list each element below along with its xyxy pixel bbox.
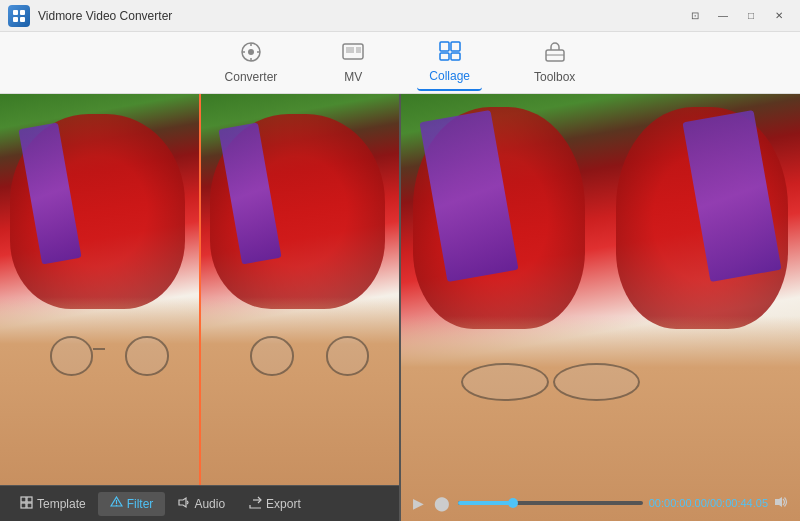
tab-export[interactable]: Export bbox=[237, 492, 313, 516]
play-button[interactable]: ▶ bbox=[411, 493, 426, 513]
tab-audio[interactable]: Audio bbox=[165, 492, 237, 516]
video-left bbox=[0, 94, 199, 485]
minimize-button[interactable]: — bbox=[710, 5, 736, 27]
nav-toolbox[interactable]: Toolbox bbox=[522, 35, 587, 90]
collage-label: Collage bbox=[429, 69, 470, 83]
svg-rect-11 bbox=[346, 47, 354, 53]
svg-rect-21 bbox=[21, 503, 26, 508]
video-right bbox=[201, 94, 400, 485]
export-tab-icon bbox=[249, 496, 262, 512]
template-tab-label: Template bbox=[37, 497, 86, 511]
svg-rect-1 bbox=[20, 10, 25, 15]
right-panel: ▶ ⬤ 00:00:00.00/00:00:44.05 bbox=[401, 94, 800, 521]
close-button[interactable]: ✕ bbox=[766, 5, 792, 27]
export-tab-label: Export bbox=[266, 497, 301, 511]
left-controls: Template Filter bbox=[0, 485, 399, 521]
svg-rect-13 bbox=[440, 42, 449, 51]
svg-point-5 bbox=[248, 49, 254, 55]
time-display: 00:00:00.00/00:00:44.05 bbox=[649, 497, 768, 509]
tab-filter[interactable]: Filter bbox=[98, 492, 166, 516]
svg-marker-26 bbox=[179, 498, 186, 507]
svg-rect-22 bbox=[27, 503, 32, 508]
window-controls: ⊡ — □ ✕ bbox=[682, 5, 792, 27]
preview-left-half bbox=[0, 94, 201, 485]
left-panel: Template Filter bbox=[0, 94, 401, 521]
progress-dot bbox=[508, 498, 518, 508]
svg-rect-19 bbox=[21, 497, 26, 502]
main-content: Template Filter bbox=[0, 94, 800, 521]
audio-tab-label: Audio bbox=[194, 497, 225, 511]
nav-bar: Converter MV Collage bbox=[0, 32, 800, 94]
preview-right-half bbox=[201, 94, 400, 485]
progress-bar[interactable] bbox=[458, 501, 643, 505]
tab-template[interactable]: Template bbox=[8, 492, 98, 516]
svg-rect-2 bbox=[13, 17, 18, 22]
app-logo bbox=[8, 5, 30, 27]
svg-rect-16 bbox=[451, 53, 460, 60]
toolbox-label: Toolbox bbox=[534, 70, 575, 84]
svg-rect-0 bbox=[13, 10, 18, 15]
svg-rect-3 bbox=[20, 17, 25, 22]
svg-rect-20 bbox=[27, 497, 32, 502]
mv-icon bbox=[341, 41, 365, 67]
template-tab-icon bbox=[20, 496, 33, 512]
message-button[interactable]: ⊡ bbox=[682, 5, 708, 27]
collage-icon bbox=[438, 40, 462, 66]
svg-rect-14 bbox=[451, 42, 460, 51]
mv-label: MV bbox=[344, 70, 362, 84]
filter-tab-label: Filter bbox=[127, 497, 154, 511]
left-preview bbox=[0, 94, 399, 485]
right-preview: ▶ ⬤ 00:00:00.00/00:00:44.05 bbox=[401, 94, 800, 521]
nav-collage[interactable]: Collage bbox=[417, 34, 482, 91]
converter-icon bbox=[239, 41, 263, 67]
title-bar: Vidmore Video Converter ⊡ — □ ✕ bbox=[0, 0, 800, 32]
stop-button[interactable]: ⬤ bbox=[432, 493, 452, 513]
progress-fill bbox=[458, 501, 513, 505]
svg-point-25 bbox=[115, 504, 117, 506]
maximize-button[interactable]: □ bbox=[738, 5, 764, 27]
svg-rect-15 bbox=[440, 53, 449, 60]
nav-converter[interactable]: Converter bbox=[213, 35, 290, 90]
converter-label: Converter bbox=[225, 70, 278, 84]
svg-rect-12 bbox=[356, 47, 361, 53]
right-video-controls: ▶ ⬤ 00:00:00.00/00:00:44.05 bbox=[401, 493, 800, 513]
audio-tab-icon bbox=[177, 496, 190, 512]
volume-icon[interactable] bbox=[774, 495, 790, 512]
filter-tab-icon bbox=[110, 496, 123, 512]
nav-mv[interactable]: MV bbox=[329, 35, 377, 90]
right-video-bg bbox=[401, 94, 800, 521]
toolbox-icon bbox=[543, 41, 567, 67]
svg-marker-28 bbox=[775, 497, 782, 507]
app-title: Vidmore Video Converter bbox=[38, 9, 682, 23]
